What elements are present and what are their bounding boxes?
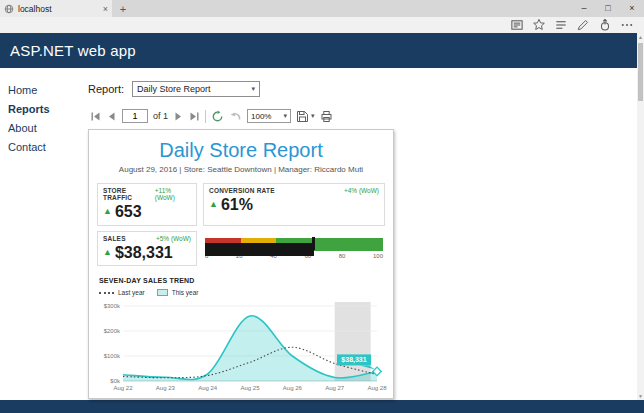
- report-viewer: of 1: [88, 106, 398, 399]
- new-tab-button[interactable]: +: [112, 0, 134, 17]
- app-footer: [0, 400, 644, 413]
- refresh-icon[interactable]: [211, 110, 224, 123]
- bullet-bar: [205, 238, 383, 251]
- viewer-toolbar: of 1: [88, 106, 398, 126]
- browser-toolbar: [0, 17, 644, 33]
- svg-text:Aug 27: Aug 27: [325, 385, 345, 391]
- favorites-star-icon[interactable]: [532, 18, 546, 32]
- axis-tick: 80: [339, 253, 346, 259]
- kpi-label: SALES: [103, 235, 126, 242]
- trend-chart: $0k$100k$200k$300kAug 22Aug 23Aug 24Aug …: [99, 300, 387, 392]
- app-title: ASP.NET web app: [10, 42, 136, 59]
- kpi-store-traffic: STORE TRAFFIC +11% (WoW) ▲ 653: [97, 183, 197, 226]
- trend-section: SEVEN-DAY SALES TREND Last year This yea…: [97, 277, 385, 392]
- bullet-value-bar: [205, 243, 314, 256]
- up-arrow-icon: ▲: [103, 248, 112, 257]
- svg-text:Aug 22: Aug 22: [113, 385, 133, 391]
- scrollbar-thumb[interactable]: [638, 43, 643, 101]
- toolbar-separator: [205, 110, 206, 123]
- window-controls: – □ ×: [572, 0, 644, 17]
- kpi-sales: SALES +5% (WoW) ▲ $38,331: [97, 231, 197, 267]
- legend-last-year: Last year: [99, 289, 145, 296]
- hub-icon[interactable]: [554, 18, 568, 32]
- main-content: Report: Daily Store Report ▾ of 1: [88, 68, 644, 400]
- back-to-parent-icon[interactable]: [229, 110, 242, 123]
- report-title: Daily Store Report: [97, 139, 385, 162]
- last-page-button[interactable]: [189, 111, 200, 122]
- trend-legend: Last year This year: [99, 289, 383, 296]
- next-page-button[interactable]: [173, 111, 184, 122]
- report-meta: August 29, 2016 | Store: Seattle Downtow…: [97, 165, 385, 174]
- scroll-up-icon[interactable]: ▲: [637, 33, 644, 41]
- sidebar-item-about[interactable]: About: [8, 122, 88, 134]
- legend-label: Last year: [118, 289, 145, 296]
- zoom-value: 100%: [251, 112, 271, 121]
- dotted-line-swatch: [99, 292, 114, 294]
- up-arrow-icon: ▲: [103, 207, 112, 216]
- kpi-value: $38,331: [115, 244, 173, 262]
- svg-text:$300k: $300k: [104, 303, 121, 309]
- report-select-label: Report:: [88, 83, 124, 95]
- kpi-label: STORE TRAFFIC: [103, 187, 155, 201]
- share-icon[interactable]: [598, 18, 612, 32]
- kpi-grid: STORE TRAFFIC +11% (WoW) ▲ 653 CONVERSIO…: [97, 183, 385, 266]
- kpi-value: 61%: [221, 196, 253, 214]
- tab-close-icon[interactable]: ×: [103, 4, 108, 14]
- export-save-icon[interactable]: [296, 110, 309, 123]
- svg-text:$0k: $0k: [110, 378, 121, 384]
- page-favicon-icon: [4, 4, 14, 14]
- report-page: Daily Store Report August 29, 2016 | Sto…: [88, 129, 394, 399]
- browser-tab[interactable]: localhost ×: [0, 0, 112, 17]
- legend-label: This year: [172, 289, 199, 296]
- tab-title: localhost: [18, 4, 99, 14]
- trend-title: SEVEN-DAY SALES TREND: [99, 277, 383, 284]
- kpi-delta: +4% (WoW): [344, 187, 379, 194]
- scroll-down-icon[interactable]: ▼: [637, 392, 644, 400]
- report-select-value: Daily Store Report: [137, 84, 211, 94]
- more-options-icon[interactable]: [620, 18, 634, 32]
- chevron-down-icon: ▾: [284, 112, 288, 120]
- conversion-bullet-chart: 0 20 40 60 80 100: [203, 231, 385, 267]
- zoom-select[interactable]: 100% ▾: [247, 109, 291, 123]
- bullet-target-marker: [312, 237, 315, 250]
- kpi-delta: +5% (WoW): [156, 235, 191, 242]
- svg-text:Aug 28: Aug 28: [367, 385, 387, 391]
- sidebar-nav: Home Reports About Contact: [0, 68, 88, 400]
- tab-strip: localhost × + – □ ×: [0, 0, 644, 17]
- chevron-down-icon: ▾: [252, 85, 256, 93]
- svg-text:$38,331: $38,331: [341, 357, 366, 365]
- app-content: Home Reports About Contact Report: Daily…: [0, 68, 644, 400]
- first-page-button[interactable]: [90, 111, 101, 122]
- close-button[interactable]: ×: [620, 0, 644, 17]
- previous-page-button[interactable]: [106, 111, 117, 122]
- web-note-pen-icon[interactable]: [576, 18, 590, 32]
- scrollbar[interactable]: ▲ ▼: [637, 33, 644, 400]
- print-icon[interactable]: [320, 110, 333, 123]
- svg-text:Aug 23: Aug 23: [156, 385, 176, 391]
- kpi-label: CONVERSION RATE: [209, 187, 275, 194]
- reading-view-icon[interactable]: [510, 18, 524, 32]
- page-number-input[interactable]: [122, 109, 148, 123]
- svg-text:$100k: $100k: [104, 353, 121, 359]
- svg-text:Aug 25: Aug 25: [240, 385, 260, 391]
- legend-this-year: This year: [157, 289, 199, 296]
- chevron-down-icon[interactable]: ▾: [311, 112, 315, 120]
- sidebar-item-home[interactable]: Home: [8, 84, 88, 96]
- svg-text:$200k: $200k: [104, 328, 121, 334]
- svg-text:Aug 26: Aug 26: [283, 385, 303, 391]
- minimize-button[interactable]: –: [572, 0, 596, 17]
- app-header: ASP.NET web app: [0, 33, 644, 68]
- svg-text:Aug 24: Aug 24: [198, 385, 218, 391]
- maximize-button[interactable]: □: [596, 0, 620, 17]
- kpi-delta: +11% (WoW): [155, 187, 191, 201]
- browser-window: localhost × + – □ ×: [0, 0, 644, 413]
- sidebar-item-contact[interactable]: Contact: [8, 141, 88, 153]
- page-count-label: of 1: [153, 111, 168, 121]
- sidebar-item-reports[interactable]: Reports: [8, 103, 88, 115]
- up-arrow-icon: ▲: [209, 200, 218, 209]
- report-select-dropdown[interactable]: Daily Store Report ▾: [132, 81, 260, 97]
- axis-tick: 100: [373, 253, 383, 259]
- kpi-value: 653: [115, 203, 142, 221]
- kpi-conversion-rate: CONVERSION RATE +4% (WoW) ▲ 61%: [203, 183, 385, 226]
- area-swatch: [157, 289, 168, 296]
